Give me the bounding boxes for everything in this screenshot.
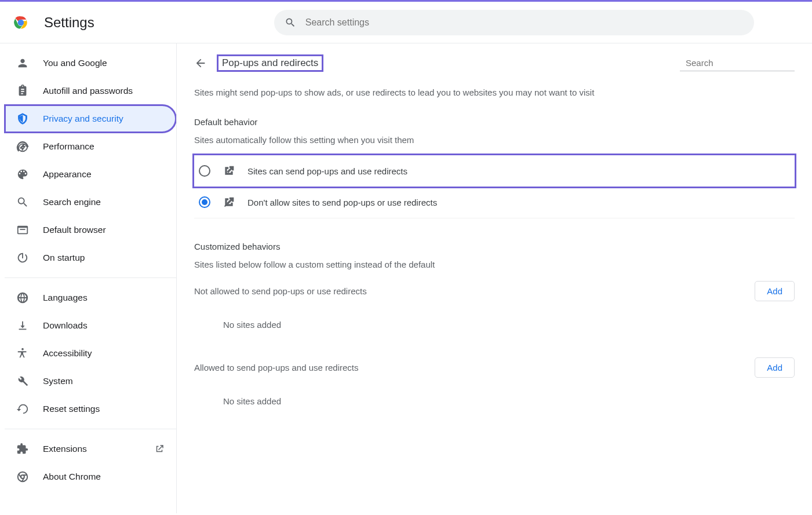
sidebar-item-languages[interactable]: Languages xyxy=(5,284,176,312)
global-search-input[interactable] xyxy=(305,17,744,28)
extension-icon xyxy=(16,443,29,455)
sidebar-item-accessibility[interactable]: Accessibility xyxy=(5,339,176,367)
allowed-empty: No sites added xyxy=(194,386,795,422)
add-allowed-button[interactable]: Add xyxy=(755,357,795,378)
sidebar-item-default-browser[interactable]: Default browser xyxy=(5,216,176,244)
page-search[interactable] xyxy=(680,56,795,71)
globe-icon xyxy=(16,291,29,304)
sidebar-item-downloads[interactable]: Downloads xyxy=(5,312,176,339)
sidebar-item-label: About Chrome xyxy=(43,472,101,482)
back-button[interactable] xyxy=(194,57,207,70)
sidebar-item-reset[interactable]: Reset settings xyxy=(5,395,176,423)
radio-icon xyxy=(199,165,210,177)
sidebar-item-label: Default browser xyxy=(43,225,106,235)
page-search-input[interactable] xyxy=(686,58,796,68)
wrench-icon xyxy=(16,375,29,388)
power-icon xyxy=(16,251,29,264)
chrome-logo-icon xyxy=(12,13,30,32)
sidebar-item-label: You and Google xyxy=(43,58,107,68)
page-description: Sites might send pop-ups to show ads, or… xyxy=(194,87,795,97)
sidebar-item-search-engine[interactable]: Search engine xyxy=(5,188,176,216)
browser-icon xyxy=(16,224,29,236)
radio-allow-popups[interactable]: Sites can send pop-ups and use redirects xyxy=(194,155,795,187)
default-behavior-heading: Default behavior xyxy=(194,117,795,127)
sidebar-item-label: Extensions xyxy=(43,444,87,454)
sidebar-item-about[interactable]: About Chrome xyxy=(5,463,176,491)
person-icon xyxy=(16,57,29,70)
radio-block-popups[interactable]: Don't allow sites to send pop-ups or use… xyxy=(194,187,795,218)
sidebar: You and Google Autofill and passwords Pr… xyxy=(0,43,176,513)
sidebar-item-label: Accessibility xyxy=(43,348,92,359)
speed-icon xyxy=(16,140,29,153)
not-allowed-empty: No sites added xyxy=(194,309,795,346)
page-subtitle: Pop-ups and redirects xyxy=(217,55,323,71)
radio-label: Sites can send pop-ups and use redirects xyxy=(247,166,407,176)
search-icon xyxy=(285,17,296,28)
sidebar-item-label: On startup xyxy=(43,253,85,263)
download-icon xyxy=(16,319,29,332)
sidebar-item-label: Languages xyxy=(43,293,88,303)
app-title: Settings xyxy=(44,14,94,31)
radio-label: Don't allow sites to send pop-ups or use… xyxy=(247,198,437,207)
reset-icon xyxy=(16,403,29,415)
search-icon xyxy=(16,196,29,209)
popup-blocked-icon xyxy=(223,196,235,208)
sidebar-item-label: Autofill and passwords xyxy=(43,86,133,96)
add-not-allowed-button[interactable]: Add xyxy=(755,281,795,301)
main-panel: Pop-ups and redirects Sites might send p… xyxy=(176,43,812,513)
custom-behavior-heading: Customized behaviors xyxy=(194,242,795,251)
sidebar-item-on-startup[interactable]: On startup xyxy=(5,244,176,272)
radio-icon xyxy=(199,196,210,208)
sidebar-item-label: Performance xyxy=(43,141,94,152)
sidebar-item-performance[interactable]: Performance xyxy=(5,133,176,160)
sidebar-item-privacy[interactable]: Privacy and security xyxy=(5,105,176,133)
allowed-label: Allowed to send pop-ups and use redirect… xyxy=(194,363,359,372)
palette-icon xyxy=(16,168,29,181)
clipboard-icon xyxy=(16,85,29,97)
sidebar-item-label: Search engine xyxy=(43,197,101,207)
sidebar-item-autofill[interactable]: Autofill and passwords xyxy=(5,77,176,105)
not-allowed-label: Not allowed to send pop-ups or use redir… xyxy=(194,286,367,296)
chrome-outline-icon xyxy=(16,470,29,483)
sidebar-item-label: Appearance xyxy=(43,169,92,180)
sidebar-item-label: Privacy and security xyxy=(43,114,123,124)
shield-icon xyxy=(16,112,29,125)
external-link-icon xyxy=(154,444,165,454)
sidebar-item-label: Reset settings xyxy=(43,404,100,414)
sidebar-item-system[interactable]: System xyxy=(5,367,176,395)
app-header: Settings xyxy=(0,2,812,43)
custom-behavior-sub: Sites listed below follow a custom setti… xyxy=(194,260,795,269)
default-behavior-sub: Sites automatically follow this setting … xyxy=(194,135,795,145)
sidebar-item-label: System xyxy=(43,376,73,386)
accessibility-icon xyxy=(16,347,29,360)
sidebar-item-appearance[interactable]: Appearance xyxy=(5,160,176,188)
popup-open-icon xyxy=(223,165,235,177)
sidebar-item-label: Downloads xyxy=(43,320,88,331)
sidebar-item-you-and-google[interactable]: You and Google xyxy=(5,49,176,77)
global-search[interactable] xyxy=(274,10,754,35)
sidebar-item-extensions[interactable]: Extensions xyxy=(5,435,176,463)
